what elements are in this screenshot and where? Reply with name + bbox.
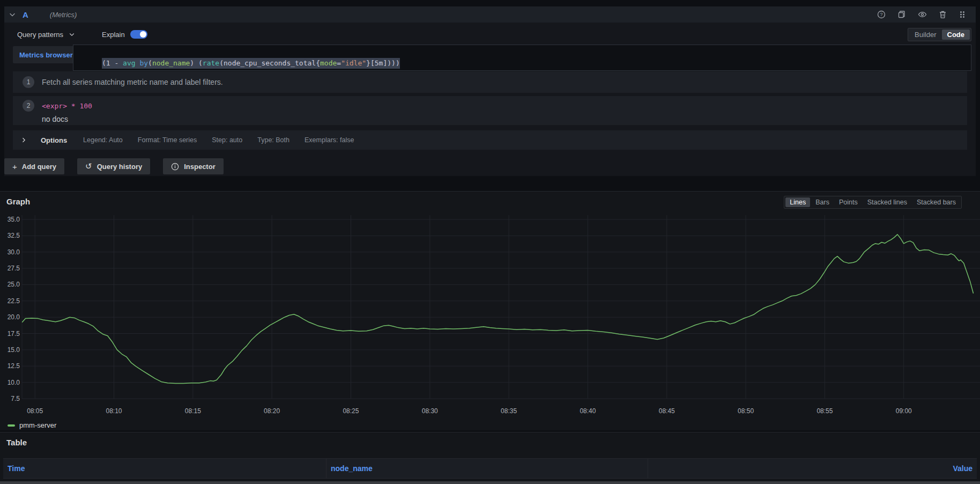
help-icon[interactable]: ? xyxy=(877,10,886,19)
x-tick-label: 08:50 xyxy=(730,407,762,415)
explain-label: Explain xyxy=(102,31,125,39)
table-header-row: Time node_name Value xyxy=(3,458,977,479)
explain-step-1-text: Fetch all series matching metric name an… xyxy=(42,78,223,86)
option-summary-item: Exemplars: false xyxy=(305,136,354,144)
editor-mode-switch: Builder Code xyxy=(908,28,971,41)
y-tick-label: 25.0 xyxy=(0,281,20,288)
graph-mode-bars[interactable]: Bars xyxy=(811,197,834,207)
y-tick-label: 22.5 xyxy=(0,297,20,305)
disable-query-eye-icon[interactable] xyxy=(918,10,927,19)
table-row[interactable] xyxy=(0,481,980,484)
explain-step-2-expression: <expr> * 100 xyxy=(42,102,92,110)
query-ref-id: A xyxy=(23,10,28,19)
x-tick-label: 08:55 xyxy=(808,407,841,415)
x-tick-label: 08:35 xyxy=(493,407,525,415)
add-query-button[interactable]: + Add query xyxy=(4,158,64,174)
explain-step-1: 1 Fetch all series matching metric name … xyxy=(13,71,967,93)
options-label: Options xyxy=(41,136,67,144)
x-tick-label: 09:00 xyxy=(888,407,920,415)
code-mode-button[interactable]: Code xyxy=(942,30,970,40)
inspector-button[interactable]: Inspector xyxy=(163,158,224,174)
svg-text:?: ? xyxy=(880,12,882,17)
query-options-row[interactable]: Options Legend: AutoFormat: Time seriesS… xyxy=(13,130,967,150)
y-tick-label: 15.0 xyxy=(0,346,20,354)
graph-mode-points[interactable]: Points xyxy=(835,197,862,207)
y-tick-label: 7.5 xyxy=(0,395,20,402)
legend-item-pmm-server[interactable]: pmm-server xyxy=(8,421,56,429)
table-header-time[interactable]: Time xyxy=(3,459,326,478)
y-tick-label: 35.0 xyxy=(0,216,20,223)
chevron-right-icon[interactable] xyxy=(20,137,27,143)
x-tick-label: 08:45 xyxy=(651,407,683,415)
promql-code-editor[interactable]: (1 - avg by(node_name) (rate(node_cpu_se… xyxy=(73,45,971,71)
query-editor-card: A (Metrics) ? xyxy=(4,6,976,176)
legend-swatch xyxy=(8,424,15,427)
graph-panel-title: Graph xyxy=(6,197,30,206)
query-patterns-dropdown[interactable]: Query patterns xyxy=(17,31,75,39)
query-patterns-label: Query patterns xyxy=(17,31,63,39)
series-line-pmm-server xyxy=(23,234,974,384)
table-header-value[interactable]: Value xyxy=(648,459,977,478)
explain-step-2: 2 <expr> * 100 no docs xyxy=(13,96,967,125)
y-tick-label: 17.5 xyxy=(0,330,20,338)
delete-query-trash-icon[interactable] xyxy=(939,10,947,19)
history-icon: ↺ xyxy=(85,162,92,171)
y-tick-label: 12.5 xyxy=(0,362,20,370)
options-summary: Legend: AutoFormat: Time seriesStep: aut… xyxy=(83,136,354,144)
x-tick-label: 08:20 xyxy=(256,407,288,415)
explain-step-2-docs: no docs xyxy=(42,115,967,123)
graph-panel: Graph LinesBarsPointsStacked linesStacke… xyxy=(0,191,980,430)
graph-mode-lines[interactable]: Lines xyxy=(785,197,810,207)
duplicate-query-icon[interactable] xyxy=(897,10,906,19)
x-tick-label: 08:05 xyxy=(19,407,51,415)
explore-page: A (Metrics) ? xyxy=(0,0,980,484)
x-tick-label: 08:10 xyxy=(98,407,130,415)
x-tick-label: 08:25 xyxy=(335,407,367,415)
option-summary-item: Legend: Auto xyxy=(83,136,123,144)
metrics-browser-label: Metrics browser xyxy=(19,51,73,59)
step-number-badge: 1 xyxy=(23,76,34,88)
y-tick-label: 30.0 xyxy=(0,248,20,256)
info-circle-icon xyxy=(171,163,179,171)
legend-series-name: pmm-server xyxy=(19,421,56,429)
x-tick-label: 08:15 xyxy=(177,407,209,415)
query-row-header[interactable]: A (Metrics) ? xyxy=(4,6,976,23)
table-header-node-name[interactable]: node_name xyxy=(326,459,648,478)
promql-line-1: (1 - avg by(node_name) (rate(node_cpu_se… xyxy=(102,58,400,69)
drag-handle-icon[interactable] xyxy=(959,10,966,19)
x-tick-label: 08:30 xyxy=(414,407,446,415)
option-summary-item: Format: Time series xyxy=(138,136,197,144)
graph-mode-switcher: LinesBarsPointsStacked linesStacked bars xyxy=(784,196,962,209)
explain-toggle[interactable] xyxy=(130,30,147,39)
query-toolbar: Query patterns Explain Builder Code xyxy=(17,27,971,42)
graph-mode-stacked-bars[interactable]: Stacked bars xyxy=(912,197,960,207)
table-panel: Table Time node_name Value xyxy=(0,432,980,484)
y-tick-label: 10.0 xyxy=(0,379,20,386)
table-panel-title: Table xyxy=(6,438,27,447)
y-tick-label: 20.0 xyxy=(0,313,20,321)
timeseries-chart[interactable] xyxy=(0,212,980,406)
query-actions: + Add query ↺ Query history Inspector xyxy=(4,158,224,174)
x-tick-label: 08:40 xyxy=(571,407,604,415)
query-history-button[interactable]: ↺ Query history xyxy=(77,158,150,174)
plus-icon: + xyxy=(12,162,17,171)
y-tick-label: 27.5 xyxy=(0,265,20,272)
collapse-chevron-icon[interactable] xyxy=(9,11,16,18)
option-summary-item: Type: Both xyxy=(257,136,289,144)
y-tick-label: 32.5 xyxy=(0,232,20,239)
step-number-badge: 2 xyxy=(23,100,34,112)
builder-mode-button[interactable]: Builder xyxy=(909,30,941,40)
option-summary-item: Step: auto xyxy=(212,136,242,144)
chevron-down-icon xyxy=(69,31,75,38)
datasource-label: (Metrics) xyxy=(50,11,77,19)
graph-mode-stacked-lines[interactable]: Stacked lines xyxy=(863,197,911,207)
